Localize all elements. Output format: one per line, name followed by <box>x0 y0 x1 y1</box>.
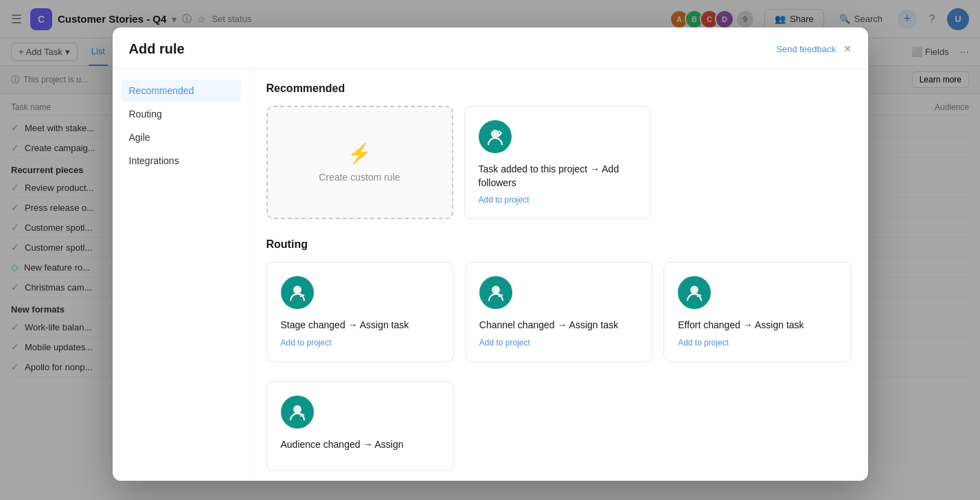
routing-section-title: Routing <box>266 238 852 251</box>
stage-changed-icon <box>281 276 314 309</box>
sidebar-item-agile[interactable]: Agile <box>121 126 241 148</box>
svg-point-2 <box>492 286 500 294</box>
task-added-card[interactable]: Task added to this project → Add followe… <box>464 106 651 219</box>
recommended-grid: ⚡ Create custom rule Task added to <box>266 106 651 219</box>
recommended-section-title: Recommended <box>266 82 852 95</box>
sidebar-item-recommended[interactable]: Recommended <box>121 80 241 102</box>
lightning-icon: ⚡ <box>347 142 372 165</box>
custom-rule-label: Create custom rule <box>319 172 400 183</box>
audience-changed-icon <box>281 396 314 429</box>
task-added-title: Task added to this project → Add followe… <box>479 163 637 190</box>
stage-changed-sub[interactable]: Add to project <box>281 338 440 348</box>
task-added-icon <box>479 120 512 153</box>
routing-grid-row2: Audience changed → Assign <box>266 381 852 472</box>
sidebar-item-routing[interactable]: Routing <box>121 103 241 125</box>
channel-changed-title: Channel changed → Assign task <box>479 319 638 332</box>
svg-point-1 <box>293 286 301 294</box>
effort-changed-title: Effort changed → Assign task <box>678 319 836 332</box>
channel-changed-icon <box>479 276 512 309</box>
audience-changed-title: Audience changed → Assign <box>281 438 440 452</box>
channel-changed-sub[interactable]: Add to project <box>479 338 638 348</box>
routing-section: Routing Stage changed → Ass <box>266 238 852 471</box>
svg-point-4 <box>293 405 301 413</box>
modal-content: Recommended ⚡ Create custom rule <box>250 69 868 481</box>
modal-header-actions: Send feedback × <box>776 42 851 56</box>
modal-body: Recommended Routing Agile Integrations R… <box>113 69 868 481</box>
task-added-sub[interactable]: Add to project <box>479 195 637 205</box>
channel-changed-card[interactable]: Channel changed → Assign task Add to pro… <box>465 262 652 362</box>
add-rule-modal: Add rule Send feedback × Recommended Rou… <box>113 27 868 481</box>
modal-title: Add rule <box>129 41 185 57</box>
effort-changed-card[interactable]: Effort changed → Assign task Add to proj… <box>663 262 851 362</box>
routing-grid: Stage changed → Assign task Add to proje… <box>266 262 852 362</box>
stage-changed-card[interactable]: Stage changed → Assign task Add to proje… <box>266 262 454 362</box>
modal-header: Add rule Send feedback × <box>113 27 868 69</box>
send-feedback-link[interactable]: Send feedback <box>776 44 836 54</box>
effort-changed-icon <box>678 276 711 309</box>
stage-changed-title: Stage changed → Assign task <box>281 319 440 332</box>
sidebar-item-integrations[interactable]: Integrations <box>121 150 241 172</box>
create-custom-rule-card[interactable]: ⚡ Create custom rule <box>266 106 453 219</box>
modal-overlay: Add rule Send feedback × Recommended Rou… <box>0 0 980 500</box>
effort-changed-sub[interactable]: Add to project <box>678 338 836 348</box>
close-button[interactable]: × <box>844 42 852 56</box>
modal-sidebar: Recommended Routing Agile Integrations <box>113 69 250 481</box>
svg-point-3 <box>690 286 698 294</box>
audience-changed-card[interactable]: Audience changed → Assign <box>266 381 454 472</box>
